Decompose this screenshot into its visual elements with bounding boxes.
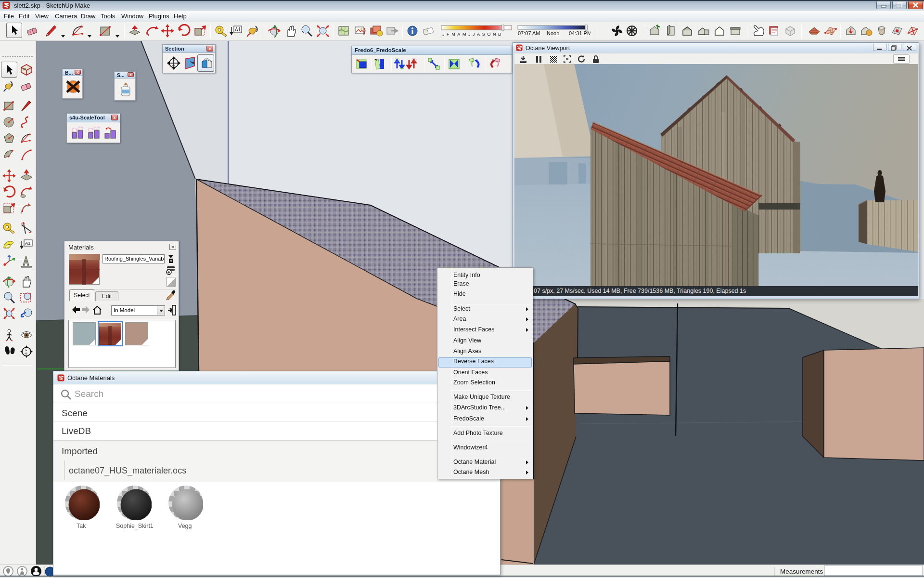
svg-text:C: C xyxy=(25,348,27,351)
svg-text:07:07 AM: 07:07 AM xyxy=(518,30,540,36)
svg-text:JFMAMJJASOND: JFMAMJJASOND xyxy=(442,32,503,37)
svg-text:49: 49 xyxy=(25,352,27,355)
svg-text:Noon: Noon xyxy=(547,30,559,36)
svg-text:Measurements: Measurements xyxy=(780,568,823,575)
svg-text:A1: A1 xyxy=(235,27,241,32)
svg-text:A1: A1 xyxy=(25,240,31,246)
svg-text:04:31 PM: 04:31 PM xyxy=(569,30,590,36)
svg-text:49: 49 xyxy=(172,64,175,67)
svg-text:C: C xyxy=(173,60,175,63)
